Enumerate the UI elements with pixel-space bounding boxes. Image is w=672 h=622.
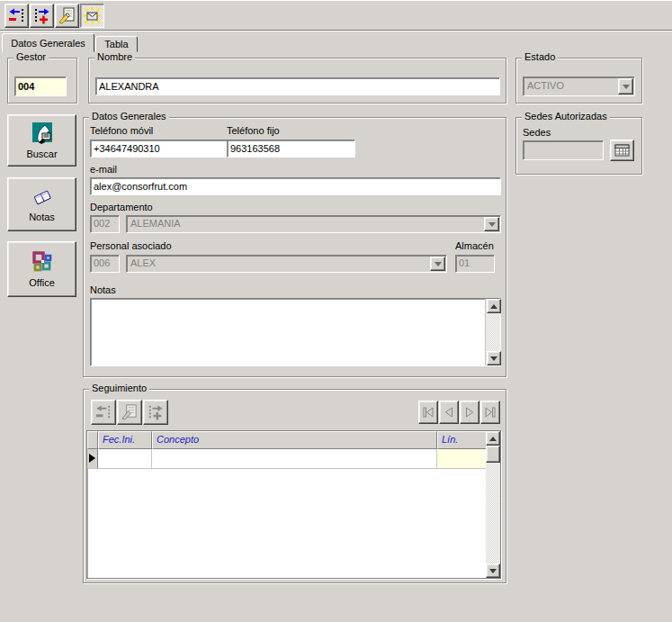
seg-insert-prior-button[interactable] — [91, 400, 116, 425]
edit-record-button[interactable] — [55, 4, 79, 28]
first-record-button[interactable] — [418, 401, 438, 424]
telefono-fijo-input[interactable] — [227, 140, 355, 158]
last-record-icon — [484, 406, 497, 419]
notebook-icon — [31, 186, 54, 208]
chevron-down-icon — [488, 222, 496, 227]
scroll-up-icon[interactable] — [486, 431, 500, 446]
estado-dropdown-button[interactable] — [618, 78, 633, 95]
search-hand-icon — [31, 122, 54, 145]
notas-label: Notas — [29, 212, 55, 222]
send-record-button[interactable] — [80, 4, 104, 28]
datos-generales-group-title: Datos Generales — [89, 111, 169, 122]
notas-button[interactable]: Notas — [7, 177, 76, 231]
buscar-label: Buscar — [26, 149, 57, 159]
estado-combobox[interactable]: ACTIVO — [523, 77, 635, 96]
grid-cell-concepto[interactable] — [152, 449, 437, 469]
departamento-dropdown-button[interactable] — [484, 217, 499, 231]
notas-textarea[interactable] — [90, 298, 501, 366]
notas-field-label: Notas — [90, 284, 116, 295]
record-next-disabled-icon — [147, 403, 165, 421]
tab-tabla[interactable]: Tabla — [95, 36, 138, 52]
estado-value: ACTIVO — [527, 80, 616, 91]
scrollbar-thumb[interactable] — [486, 446, 500, 463]
chevron-down-icon — [435, 262, 442, 266]
grid-header-fec-ini[interactable]: Fec.Ini. — [98, 431, 152, 449]
scroll-down-icon[interactable] — [487, 351, 501, 365]
current-row-marker-icon — [89, 454, 95, 463]
prior-record-button[interactable] — [439, 401, 459, 424]
record-prior-icon — [7, 6, 26, 25]
email-input[interactable] — [90, 177, 501, 195]
main-toolbar — [0, 0, 672, 31]
personal-value: ALEX — [130, 257, 428, 268]
grid-indicator-header — [87, 431, 98, 449]
grid-scrollbar[interactable] — [486, 431, 500, 578]
grid-cell-fec-ini[interactable] — [98, 449, 152, 469]
tab-datos-generales[interactable]: Datos Generales — [2, 33, 94, 52]
scroll-up-icon[interactable] — [487, 299, 501, 313]
departamento-value: ALEMANIA — [130, 218, 482, 229]
notas-scrollbar[interactable] — [485, 299, 500, 365]
estado-group-title: Estado — [522, 51, 558, 62]
send-record-icon — [83, 6, 102, 25]
nombre-group-title: Nombre — [94, 51, 135, 62]
sedes-label: Sedes — [523, 127, 551, 138]
tab-label: Tabla — [104, 39, 128, 50]
chevron-down-icon — [623, 85, 630, 89]
gestor-group-title: Gestor — [13, 51, 49, 62]
app-window: { "toolbar": { "buttons": [ {"icon": "re… — [0, 0, 672, 622]
gestor-code-input[interactable] — [14, 77, 67, 96]
telefono-fijo-label: Teléfono fijo — [227, 125, 280, 136]
last-record-button[interactable] — [480, 401, 500, 424]
almacen-field[interactable]: 01 — [455, 255, 495, 273]
scroll-down-icon[interactable] — [486, 563, 500, 578]
table-grid-icon — [614, 144, 630, 157]
almacen-label: Almacén — [455, 240, 494, 251]
nombre-input[interactable] — [95, 77, 500, 95]
buscar-button[interactable]: Buscar — [7, 114, 76, 167]
record-next-icon — [32, 6, 51, 25]
record-prior-button[interactable] — [4, 4, 29, 28]
edit-record-disabled-icon — [121, 403, 139, 421]
edit-record-icon — [58, 6, 76, 25]
prior-record-icon — [443, 406, 455, 419]
first-record-icon — [422, 406, 435, 419]
seg-edit-button[interactable] — [117, 400, 142, 425]
office-label: Office — [29, 277, 55, 288]
tab-label: Datos Generales — [11, 38, 85, 49]
telefono-movil-label: Teléfono móvil — [90, 125, 153, 136]
personal-combobox[interactable]: ALEX — [126, 255, 447, 273]
telefono-movil-input[interactable] — [90, 140, 228, 158]
sedes-grid-button[interactable] — [610, 140, 634, 161]
personal-dropdown-button[interactable] — [430, 257, 445, 271]
departamento-label: Departamento — [90, 202, 153, 212]
grid-header-lin[interactable]: Lín. — [437, 431, 487, 449]
sedes-field[interactable] — [523, 140, 604, 160]
departamento-combobox[interactable]: ALEMANIA — [126, 215, 501, 233]
next-record-icon — [463, 406, 476, 419]
office-button[interactable]: Office — [7, 241, 76, 297]
next-record-button[interactable] — [460, 401, 479, 424]
email-label: e-mail — [90, 164, 117, 175]
record-next-button[interactable] — [30, 4, 54, 28]
record-prior-disabled-icon — [94, 403, 112, 421]
seguimiento-grid[interactable]: Fec.Ini. Concepto Lín. — [86, 430, 501, 579]
office-logo-icon — [31, 250, 54, 274]
seguimiento-group-title: Seguimiento — [89, 383, 149, 393]
seg-insert-next-button[interactable] — [143, 400, 168, 425]
grid-cell-lin[interactable] — [437, 449, 487, 469]
departamento-code-field[interactable]: 002 — [90, 215, 120, 233]
sedes-group-title: Sedes Autorizadas — [522, 111, 610, 122]
grid-row-indicator — [87, 449, 98, 469]
personal-asociado-label: Personal asociado — [90, 240, 172, 251]
personal-code-field[interactable]: 006 — [90, 255, 120, 273]
grid-header-concepto[interactable]: Concepto — [152, 431, 437, 449]
